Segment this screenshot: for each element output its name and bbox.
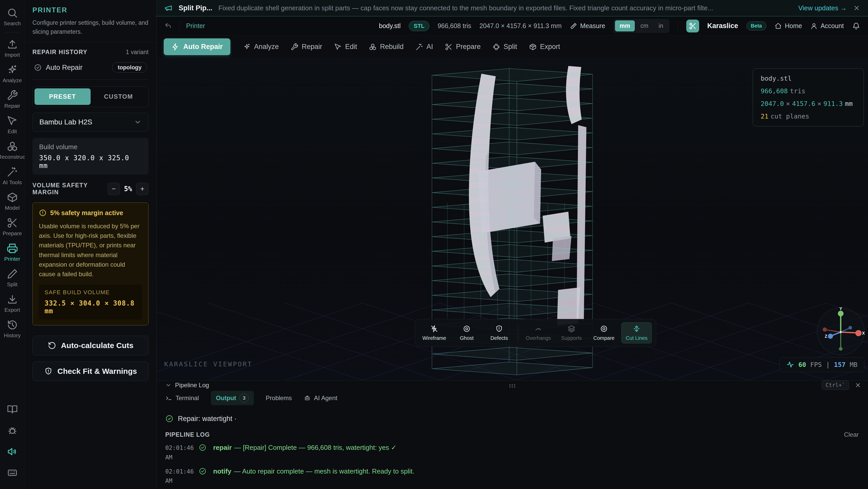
rail-label: Printer — [4, 256, 20, 262]
clear-log-button[interactable]: Clear — [844, 431, 859, 438]
cursor-icon — [334, 43, 342, 51]
tab-label: Edit — [345, 43, 357, 51]
supports-toggle[interactable]: Supports — [557, 322, 586, 343]
printer-select[interactable]: Bambu Lab H2S — [32, 113, 149, 132]
toggle-label: Compare — [593, 335, 615, 341]
tab-problems[interactable]: Problems — [266, 395, 292, 402]
sound-toggle-button[interactable] — [7, 441, 18, 462]
unit-toggle: mm cm in — [613, 19, 669, 33]
wand-icon — [415, 43, 423, 51]
panel-drag-handle[interactable] — [508, 383, 517, 389]
sidebar-item-import[interactable]: Import — [0, 35, 25, 61]
file-name: body.stl — [379, 22, 401, 30]
rail-label: Repair — [4, 103, 20, 109]
sidebar-item-model[interactable]: Model — [0, 189, 25, 214]
sidebar-item-split[interactable]: Split — [0, 265, 25, 291]
overhangs-toggle[interactable]: Overhangs — [523, 322, 554, 343]
sidebar-item-export[interactable]: Export — [0, 291, 25, 316]
check-fit-warnings-button[interactable]: Check Fit & Warnings — [32, 362, 149, 381]
compare-toggle[interactable]: Compare — [589, 322, 619, 343]
terminal-icon — [165, 395, 172, 402]
upload-icon — [7, 39, 18, 50]
back-icon[interactable] — [164, 22, 173, 30]
unit-cm[interactable]: cm — [636, 20, 653, 31]
fps-value: 60 — [798, 361, 806, 368]
tab-ai[interactable]: AI — [409, 39, 439, 55]
activity-icon — [786, 361, 794, 368]
ghost-toggle[interactable]: Ghost — [452, 322, 482, 343]
update-banner: Split Pip... Fixed duplicate shell gener… — [156, 0, 868, 17]
tab-rebuild[interactable]: Rebuild — [363, 39, 409, 55]
tab-preset[interactable]: PRESET — [34, 88, 91, 105]
margin-increase-button[interactable]: + — [136, 183, 149, 195]
toggle-label: Overhangs — [526, 335, 551, 341]
sidebar-item-printer[interactable]: Printer — [0, 239, 25, 265]
toggle-label: Wireframe — [423, 335, 446, 341]
home-button[interactable]: Home — [775, 22, 802, 30]
divider — [678, 21, 678, 31]
wireframe-toggle[interactable]: Wireframe — [419, 322, 449, 343]
pipeline-panel: Pipeline Log Ctrl+` Terminal Output 3 — [156, 380, 868, 489]
viewport[interactable]: body.stl 966,608 tris 2047.0 × 4157.6 × … — [156, 58, 868, 380]
alert-circle-icon — [39, 209, 46, 217]
sidebar-item-ai-tools[interactable]: AI Tools — [0, 163, 25, 189]
cut-lines-toggle[interactable]: Cut Lines — [621, 322, 652, 343]
sidebar-item-search[interactable]: Search — [0, 4, 25, 30]
divider — [32, 79, 149, 80]
rail-label: Export — [4, 307, 20, 313]
sidebar-item-history[interactable]: History — [0, 316, 25, 342]
unit-mm[interactable]: mm — [615, 20, 635, 31]
auto-calculate-cuts-button[interactable]: Auto-calculate Cuts — [32, 336, 149, 355]
close-icon[interactable] — [853, 4, 860, 11]
file-type-badge: STL — [409, 21, 429, 31]
tab-repair[interactable]: Repair — [285, 39, 328, 55]
measure-button[interactable]: Measure — [570, 22, 605, 30]
app-window: Search Import Analyze Repair Edit Recons… — [0, 0, 868, 489]
rail-divider — [5, 32, 20, 32]
auto-calculate-cuts-label: Auto-calculate Cuts — [61, 341, 133, 350]
account-button[interactable]: Account — [810, 22, 844, 30]
banner-title: Split Pip... — [179, 4, 212, 12]
shortcuts-button[interactable] — [7, 462, 18, 483]
bell-icon[interactable] — [852, 22, 860, 30]
tab-edit[interactable]: Edit — [328, 39, 363, 55]
sidebar-item-analyze[interactable]: Analyze — [0, 61, 25, 87]
sidebar-item-repair[interactable]: Repair — [0, 87, 25, 112]
sparkles-icon — [243, 43, 251, 51]
repair-history-item[interactable]: Auto Repair topology — [34, 62, 147, 73]
tab-output[interactable]: Output 3 — [211, 391, 254, 405]
tab-export[interactable]: Export — [523, 39, 566, 55]
tab-split[interactable]: Split — [487, 39, 523, 55]
rail-label: Edit — [7, 128, 17, 135]
breadcrumb[interactable]: Printer — [186, 22, 205, 30]
rail-label: Search — [4, 20, 21, 27]
tab-analyze[interactable]: Analyze — [237, 39, 285, 55]
log-source: repair — [213, 444, 232, 451]
tab-label: AI — [427, 43, 433, 51]
tab-prepare[interactable]: Prepare — [439, 39, 487, 55]
sidebar-item-prepare[interactable]: Prepare — [0, 214, 25, 239]
download-icon — [7, 294, 18, 305]
sidebar-item-reconstruct[interactable]: Reconstruct — [0, 138, 25, 163]
view-updates-link[interactable]: View updates → — [798, 4, 847, 12]
docs-button[interactable] — [7, 399, 18, 420]
scissors-logo-icon — [689, 22, 696, 30]
tab-label: Prepare — [456, 43, 480, 51]
margin-decrease-button[interactable]: − — [107, 183, 120, 195]
safety-margin-warning: 5% safety margin active Usable volume is… — [32, 202, 149, 325]
axis-gizmo[interactable]: Y X Z — [816, 307, 865, 355]
unit-in[interactable]: in — [654, 20, 668, 31]
tab-terminal[interactable]: Terminal — [165, 395, 199, 402]
tab-ai-agent[interactable]: AI Agent — [304, 395, 338, 402]
defects-toggle[interactable]: Defects — [484, 322, 514, 343]
viewport-watermark: KARASLICE VIEWPORT — [164, 361, 252, 368]
tab-custom[interactable]: CUSTOM — [91, 88, 147, 105]
check-fit-warnings-label: Check Fit & Warnings — [57, 367, 137, 376]
tab-label: Repair — [302, 43, 322, 51]
report-bug-button[interactable] — [7, 420, 18, 441]
chevron-down-icon[interactable] — [165, 382, 172, 388]
toggle-label: Cut Lines — [626, 335, 648, 341]
auto-repair-button[interactable]: Auto Repair — [164, 38, 230, 55]
sidebar-item-edit[interactable]: Edit — [0, 112, 25, 138]
close-icon[interactable] — [855, 382, 861, 389]
